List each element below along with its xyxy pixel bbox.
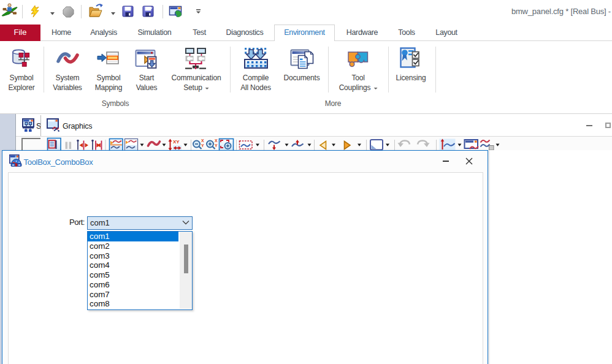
svg-text:XY: XY xyxy=(173,139,180,145)
svg-text:X: X xyxy=(215,138,218,143)
svg-text:Y: Y xyxy=(215,143,218,148)
svg-text:Y: Y xyxy=(201,143,204,148)
svg-text:X: X xyxy=(201,138,204,143)
